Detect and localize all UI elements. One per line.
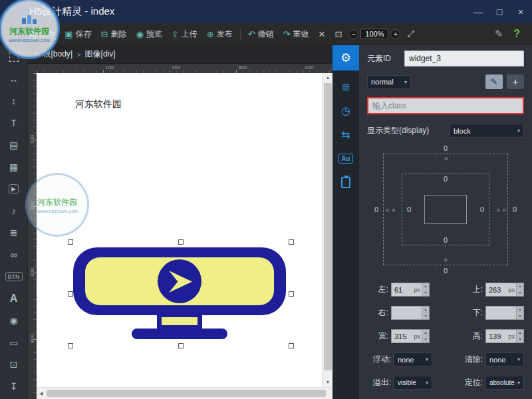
- spin-up-icon[interactable]: ▲: [422, 307, 429, 313]
- float-dropdown[interactable]: none ▾: [394, 352, 432, 366]
- save-button[interactable]: ▣ 保存: [60, 23, 96, 45]
- paragraph-tool[interactable]: ≣: [5, 224, 23, 241]
- image-tool[interactable]: ▦: [5, 158, 23, 176]
- zoom-level[interactable]: 100%: [360, 29, 388, 39]
- expand-right-icon[interactable]: »: [502, 206, 505, 213]
- zoom-in-button[interactable]: +: [390, 29, 400, 39]
- spin-down-icon[interactable]: ▼: [422, 290, 429, 297]
- margin-bottom-value[interactable]: 0: [444, 267, 448, 275]
- left-input[interactable]: 61 px ▲▼: [391, 283, 430, 297]
- help-icon[interactable]: ?: [513, 28, 520, 40]
- clear-dropdown[interactable]: none ▾: [485, 352, 524, 366]
- scroll-left-icon[interactable]: ◀: [37, 388, 46, 399]
- undo-button[interactable]: ↶ 撤销: [243, 23, 279, 45]
- spin-down-icon[interactable]: ▼: [517, 336, 523, 343]
- padding-top-value[interactable]: 0: [444, 175, 448, 183]
- font-tool[interactable]: A: [5, 290, 23, 307]
- width-input[interactable]: 315 px ▲▼: [391, 329, 430, 343]
- overflow-dropdown[interactable]: visible ▾: [394, 376, 432, 390]
- button-tool[interactable]: BTN: [5, 268, 23, 285]
- publish-button[interactable]: ⊕ 发布: [202, 23, 237, 45]
- margin-left-value[interactable]: 0: [374, 205, 378, 213]
- preview-button[interactable]: ◉ 预览: [132, 23, 167, 45]
- spin-down-icon[interactable]: ▼: [517, 290, 523, 297]
- close-button[interactable]: ×: [515, 7, 527, 17]
- spin-up-icon[interactable]: ▲: [422, 283, 429, 290]
- selection-handle[interactable]: [289, 343, 294, 348]
- horizontal-scroll-thumb[interactable]: [47, 390, 326, 397]
- selection-handle[interactable]: [68, 343, 73, 348]
- position-dropdown[interactable]: absolute ▾: [485, 376, 524, 390]
- vertical-scroll-thumb[interactable]: [324, 83, 332, 370]
- collapse-left-icon[interactable]: «: [386, 206, 389, 213]
- anchor-tool[interactable]: ↧: [5, 378, 23, 395]
- margin-right-value[interactable]: 0: [513, 205, 517, 213]
- breadcrumb-current[interactable]: 图像[div]: [85, 49, 116, 60]
- audio-tool[interactable]: ♪: [5, 202, 23, 219]
- collapse-top-icon[interactable]: «: [442, 158, 450, 161]
- settings-tab[interactable]: ⚙: [332, 45, 359, 70]
- add-state-button[interactable]: +: [507, 74, 524, 89]
- move-vertical-tool[interactable]: ↕: [5, 92, 23, 110]
- animation-tab[interactable]: ⇆: [337, 126, 354, 142]
- link-tool[interactable]: ∞: [5, 246, 23, 263]
- selection-handle[interactable]: [289, 291, 294, 297]
- move-horizontal-tool[interactable]: ↔: [5, 70, 23, 88]
- spin-down-icon[interactable]: ▼: [422, 336, 429, 343]
- form-tool[interactable]: ▤: [5, 136, 23, 154]
- history-tab[interactable]: ◷: [337, 102, 354, 118]
- redo-button[interactable]: ↷ 重做: [279, 23, 314, 45]
- horizontal-scrollbar[interactable]: ◀: [37, 387, 332, 399]
- canvas-text-element[interactable]: 河东软件园: [75, 98, 122, 110]
- vertical-scrollbar[interactable]: ▲ ▼: [322, 73, 332, 387]
- spin-up-icon[interactable]: ▲: [517, 307, 523, 313]
- video-tool[interactable]: ▶: [5, 180, 23, 198]
- scroll-down-icon[interactable]: ▼: [323, 378, 333, 387]
- padding-left-value[interactable]: 0: [407, 205, 411, 213]
- maximize-button[interactable]: □: [493, 7, 505, 17]
- pencil-icon[interactable]: ✎: [495, 28, 503, 40]
- spin-down-icon[interactable]: ▼: [517, 313, 523, 320]
- clear-icon[interactable]: ✕: [313, 29, 330, 39]
- delete-button[interactable]: ⊟ 删除: [96, 23, 132, 45]
- top-input[interactable]: 263 px ▲▼: [485, 283, 524, 297]
- collapse-right-icon[interactable]: «: [496, 206, 499, 213]
- right-input[interactable]: ▲▼: [391, 306, 430, 320]
- scroll-up-icon[interactable]: ▲: [323, 73, 333, 82]
- spin-up-icon[interactable]: ▲: [517, 283, 523, 290]
- spin-down-icon[interactable]: ▼: [422, 313, 429, 320]
- selection-handle[interactable]: [68, 291, 73, 297]
- selection-handle[interactable]: [68, 239, 73, 245]
- zoom-out-button[interactable]: −: [348, 29, 358, 39]
- bottom-input[interactable]: ▲▼: [485, 306, 524, 320]
- clipboard-tab[interactable]: [337, 174, 354, 190]
- edit-state-button[interactable]: ✎: [485, 74, 503, 89]
- spin-up-icon[interactable]: ▲: [422, 330, 429, 336]
- radio-tool[interactable]: ◉: [5, 312, 23, 329]
- audio-tab[interactable]: Au: [337, 150, 354, 166]
- element-id-input[interactable]: [404, 51, 524, 66]
- class-input[interactable]: [367, 97, 524, 114]
- layers-tab[interactable]: ≣: [337, 78, 354, 94]
- spin-up-icon[interactable]: ▲: [517, 330, 523, 336]
- container-tool[interactable]: ⊡: [5, 356, 23, 373]
- state-dropdown[interactable]: normal ▾: [367, 75, 411, 89]
- canvas-image-element[interactable]: [73, 247, 286, 340]
- device-view-icon[interactable]: ⊡: [330, 29, 346, 39]
- text-tool[interactable]: T: [5, 114, 23, 132]
- padding-bottom-value[interactable]: 0: [444, 236, 448, 244]
- upload-button[interactable]: ⇧ 上传: [167, 23, 202, 45]
- expand-left-icon[interactable]: »: [392, 206, 395, 213]
- rectangle-tool[interactable]: ▭: [5, 334, 23, 351]
- height-input[interactable]: 139 px ▲▼: [485, 329, 524, 343]
- selection-handle[interactable]: [178, 239, 184, 245]
- display-dropdown[interactable]: block ▾: [450, 124, 524, 138]
- collapse-bottom-icon[interactable]: «: [442, 258, 450, 261]
- selection-handle[interactable]: [289, 239, 294, 245]
- padding-right-value[interactable]: 0: [480, 205, 484, 213]
- design-canvas[interactable]: 河东软件园: [37, 73, 322, 387]
- fullscreen-icon[interactable]: ⤢: [402, 29, 418, 39]
- margin-top-value[interactable]: 0: [444, 144, 448, 152]
- minimize-button[interactable]: —: [472, 7, 484, 17]
- selection-handle[interactable]: [178, 343, 184, 348]
